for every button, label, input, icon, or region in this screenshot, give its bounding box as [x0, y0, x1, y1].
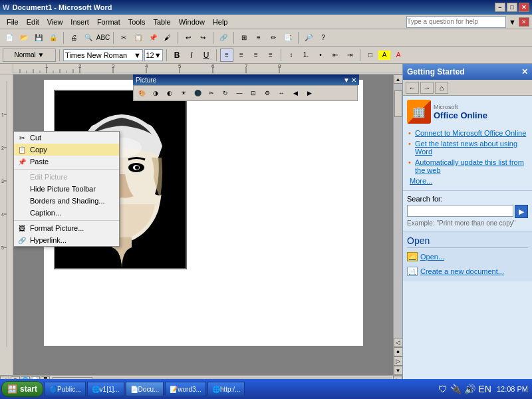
vertical-scrollbar[interactable]: ▲ ◁ ● ▷ ▼	[393, 74, 402, 375]
pic-wrap-text[interactable]: ↔	[275, 86, 288, 100]
save-btn[interactable]: 💾	[32, 31, 45, 45]
menu-tools[interactable]: Tools	[124, 17, 150, 27]
pic-rotate[interactable]: ↻	[219, 86, 232, 100]
menu-file[interactable]: File	[3, 17, 23, 27]
menu-view[interactable]: View	[43, 17, 67, 27]
more-link[interactable]: More...	[407, 176, 528, 186]
menu-help[interactable]: Help	[209, 17, 232, 27]
open-file-link[interactable]: 📁 Open...	[407, 251, 528, 263]
menu-insert[interactable]: Insert	[66, 17, 93, 27]
align-left-btn[interactable]: ≡	[220, 49, 233, 62]
print-preview-btn[interactable]: 🔍	[82, 31, 95, 45]
picture-panel-expand-icon[interactable]: ▼	[343, 76, 350, 84]
zoom-dropdown[interactable]: 🔎	[302, 31, 315, 45]
ctx-format-picture[interactable]: 🖼 Format Picture...	[14, 222, 119, 234]
highlight-btn[interactable]: A	[378, 51, 390, 60]
link-connect[interactable]: Connect to Microsoft Office Online	[407, 128, 528, 138]
tables-btn[interactable]: ⊞	[237, 31, 251, 45]
align-right-btn[interactable]: ≡	[249, 49, 263, 62]
font-color-btn[interactable]: A	[392, 49, 405, 62]
help-dropdown-icon[interactable]: ▼	[509, 18, 516, 26]
help-search-input[interactable]	[406, 16, 506, 28]
select-browse-btn[interactable]: ●	[394, 347, 403, 356]
columns-btn[interactable]: ≡	[252, 31, 265, 45]
pic-format[interactable]: ⚙	[261, 86, 274, 100]
menu-format[interactable]: Format	[93, 17, 124, 27]
pic-contrast-less[interactable]: ◐	[163, 86, 176, 100]
paste-btn[interactable]: 📌	[146, 31, 160, 45]
font-name-dropdown-icon[interactable]: ▼	[134, 51, 141, 59]
pic-compress[interactable]: ⊡	[247, 86, 260, 100]
italic-btn[interactable]: I	[185, 49, 198, 62]
spell-btn[interactable]: ABC	[96, 31, 110, 45]
pic-more[interactable]: ▶	[303, 86, 316, 100]
format-painter-btn[interactable]: 🖌	[161, 31, 174, 45]
prev-page-btn[interactable]: ◁	[394, 338, 403, 347]
redo-btn[interactable]: ↪	[196, 31, 209, 45]
drawing-btn[interactable]: ✏	[267, 31, 280, 45]
link-auto-update[interactable]: Automatically update this list from the …	[407, 157, 528, 176]
ctx-hyperlink[interactable]: 🔗 Hyperlink...	[14, 234, 119, 246]
start-button[interactable]: 🪟 start	[1, 381, 43, 397]
font-name-box[interactable]: Times New Roman ▼	[63, 49, 143, 61]
maximize-button[interactable]: □	[507, 3, 517, 12]
tray-volume-icon[interactable]: 🔊	[464, 384, 475, 394]
tray-network-icon[interactable]: 🔌	[450, 384, 462, 394]
decrease-indent-btn[interactable]: ⇤	[329, 49, 342, 62]
pic-bright-more[interactable]: ☀	[177, 86, 190, 100]
ctx-cut[interactable]: ✂ Cut	[14, 132, 119, 144]
print-btn[interactable]: 🖨	[67, 31, 80, 45]
ctx-borders[interactable]: Borders and Shading...	[14, 195, 119, 207]
taskbar-public[interactable]: 🔵 Public...	[45, 382, 86, 396]
copy-btn[interactable]: 📋	[132, 31, 145, 45]
scroll-down-btn[interactable]: ▼	[394, 366, 403, 375]
style-dropdown[interactable]: Normal ▼	[3, 49, 56, 62]
font-size-box[interactable]: 12 ▼	[144, 49, 163, 61]
undo-btn[interactable]: ↩	[182, 31, 195, 45]
new-btn[interactable]: 📄	[3, 31, 16, 45]
numbering-btn[interactable]: 1.	[299, 49, 313, 62]
pic-contrast-more[interactable]: ◑	[149, 86, 162, 100]
tray-lang-icon[interactable]: EN	[478, 384, 491, 394]
menu-table[interactable]: Table	[149, 17, 174, 27]
hyperlink-btn[interactable]: 🔗	[217, 31, 230, 45]
taskbar-word3[interactable]: 📝 word3...	[165, 382, 206, 396]
pic-line-style[interactable]: —	[233, 86, 246, 100]
cut-btn[interactable]: ✂	[117, 31, 130, 45]
underline-btn[interactable]: U	[200, 49, 213, 62]
scroll-track[interactable]	[394, 84, 403, 338]
justify-btn[interactable]: ≡	[264, 49, 277, 62]
search-input[interactable]	[407, 205, 513, 217]
right-panel-close-icon[interactable]: ✕	[521, 67, 528, 76]
line-spacing-btn[interactable]: ↕	[285, 49, 298, 62]
tray-security-icon[interactable]: 🛡	[438, 384, 448, 394]
search-go-btn[interactable]: ▶	[515, 205, 528, 218]
picture-panel-close-icon[interactable]: ✕	[351, 76, 356, 84]
permission-btn[interactable]: 🔒	[47, 31, 60, 45]
link-news[interactable]: Get the latest news about using Word	[407, 138, 528, 157]
pic-color-btn[interactable]: 🎨	[135, 86, 148, 100]
menu-window[interactable]: Window	[175, 17, 209, 27]
scroll-up-btn[interactable]: ▲	[394, 74, 403, 84]
help-btn[interactable]: ?	[317, 31, 330, 45]
ctx-paste[interactable]: 📌 Paste	[14, 156, 119, 168]
next-page-btn[interactable]: ▷	[394, 356, 403, 366]
ctx-caption[interactable]: Caption...	[14, 207, 119, 219]
panel-close-button[interactable]: ✕	[519, 17, 529, 27]
new-document-link[interactable]: 📄 Create a new document...	[407, 265, 528, 277]
docmap-btn[interactable]: 📑	[281, 31, 295, 45]
pic-less[interactable]: ◀	[289, 86, 302, 100]
taskbar-v1[interactable]: 🌐 v1[1]...	[87, 382, 124, 396]
ctx-copy[interactable]: 📋 Copy	[14, 144, 119, 156]
minimize-button[interactable]: −	[495, 3, 505, 12]
font-size-dropdown-icon[interactable]: ▼	[154, 51, 162, 59]
bullets-btn[interactable]: •	[314, 49, 327, 62]
open-btn[interactable]: 📂	[17, 31, 31, 45]
bold-btn[interactable]: B	[170, 49, 184, 62]
scroll-thumb[interactable]	[394, 90, 402, 117]
nav-home-btn[interactable]: ⌂	[435, 82, 448, 94]
close-button[interactable]: ✕	[519, 3, 529, 12]
ctx-hide-toolbar[interactable]: Hide Picture Toolbar	[14, 183, 119, 195]
menu-edit[interactable]: Edit	[23, 17, 43, 27]
align-center-btn[interactable]: ≡	[235, 49, 248, 62]
